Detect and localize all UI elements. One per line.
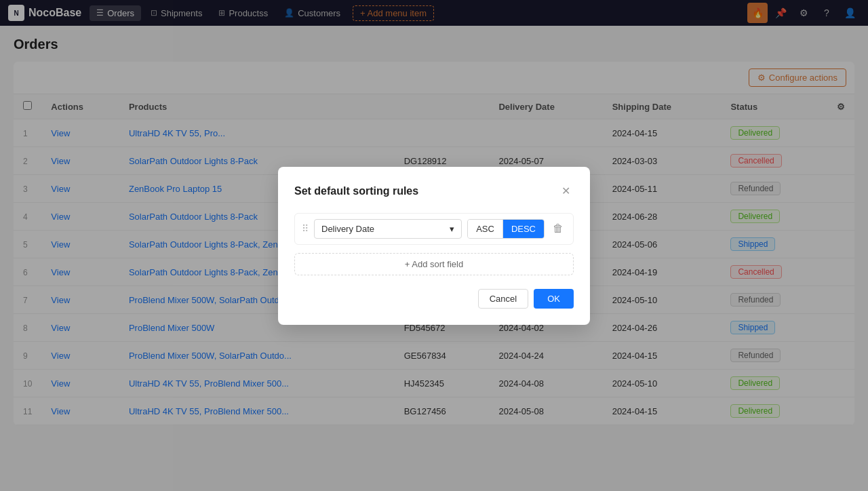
add-sort-label: + Add sort field — [405, 259, 463, 269]
desc-button[interactable]: DESC — [503, 220, 544, 238]
cancel-button[interactable]: Cancel — [478, 289, 528, 309]
sorting-modal: Set default sorting rules ✕ ⠿ Delivery D… — [278, 167, 590, 325]
drag-handle-icon[interactable]: ⠿ — [302, 223, 309, 234]
modal-overlay[interactable]: Set default sorting rules ✕ ⠿ Delivery D… — [0, 0, 868, 436]
modal-footer: Cancel OK — [294, 289, 574, 309]
modal-title: Set default sorting rules — [294, 185, 418, 197]
add-sort-field-button[interactable]: + Add sort field — [294, 253, 574, 275]
sort-direction-group: ASC DESC — [467, 219, 545, 239]
ok-button[interactable]: OK — [534, 289, 574, 309]
sort-field-dropdown[interactable]: Delivery Date ▾ — [314, 219, 462, 239]
sort-rule-row: ⠿ Delivery Date ▾ ASC DESC 🗑 — [294, 213, 574, 245]
chevron-down-icon: ▾ — [450, 224, 454, 234]
modal-header: Set default sorting rules ✕ — [294, 183, 574, 199]
asc-button[interactable]: ASC — [468, 220, 503, 238]
delete-sort-rule-button[interactable]: 🗑 — [550, 220, 566, 237]
modal-close-button[interactable]: ✕ — [557, 183, 574, 199]
sort-field-value: Delivery Date — [321, 224, 374, 234]
